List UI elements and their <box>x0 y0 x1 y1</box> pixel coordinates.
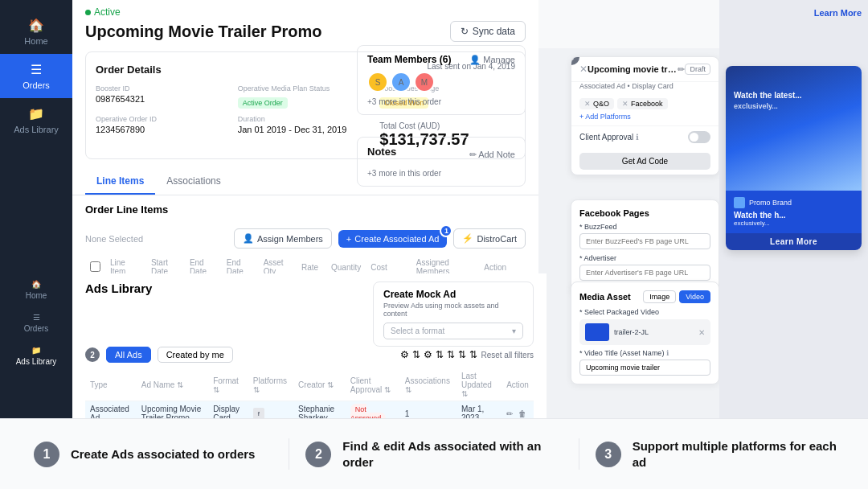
notes-more-text: +3 more in this order <box>367 169 515 178</box>
order-id-field: Operative Order ID 1234567890 <box>96 115 231 149</box>
filter-created-by-me[interactable]: Created by me <box>158 347 233 363</box>
client-approval-row: Client Approval ℹ <box>571 125 719 148</box>
select-all-checkbox[interactable] <box>90 261 100 272</box>
team-avatars: S A M <box>367 72 515 92</box>
ads-library-icon: 📁 <box>28 106 44 121</box>
create-associated-ad-button[interactable]: + Create Associated Ad 1 <box>338 230 448 248</box>
video-title-input[interactable] <box>579 360 710 376</box>
fb-pages-section: Facebook Pages * BuzzFeed * Advertiser <box>571 199 719 294</box>
sort-icon5[interactable]: ⇅ <box>469 349 477 360</box>
person-icon: 👤 <box>243 233 254 244</box>
video-name: trailer-2-JL <box>614 328 694 336</box>
mock-ad-title: Create Mock Ad <box>383 289 523 300</box>
filter-icon[interactable]: ⚙ <box>400 349 409 360</box>
far-right-preview: Learn More Watch the latest... exclusive… <box>719 0 868 418</box>
line-items-title: Order Line Items <box>85 203 168 216</box>
edit-card-icon[interactable]: ✏ <box>678 64 685 75</box>
close-icon[interactable]: ✕ <box>579 64 588 75</box>
booster-id-field: Booster ID 0987654321 <box>96 84 231 109</box>
order-panel: Active Upcoming Movie Trailer Promo ↻ Sy… <box>72 0 538 273</box>
platform-tag-facebook: ✕ Facebook <box>617 98 668 109</box>
bottom-text-2: Find & edit Ads associated with an order <box>342 438 562 470</box>
sidebar-item-home[interactable]: 🏠 Home <box>0 10 72 54</box>
advertiser-field: * Advertiser <box>579 254 710 281</box>
info-icon2: ℹ <box>666 349 669 357</box>
sync-icon: ↻ <box>461 26 469 37</box>
info-icon: ℹ <box>636 133 639 142</box>
toggle-knob <box>690 133 698 142</box>
duration-value: Jan 01 2019 - Dec 31, 2019 <box>238 125 374 134</box>
operative-status-badge: Active Order <box>238 97 288 109</box>
duration-field: Duration Jan 01 2019 - Dec 31, 2019 <box>238 115 374 149</box>
brand-logo-small <box>734 197 745 208</box>
sidebar2-home[interactable]: 🏠 Home <box>0 273 72 306</box>
ads-table-row: Associated Ad Upcoming Movie Trailer Pro… <box>85 401 534 419</box>
details-title: Order Details <box>96 64 162 76</box>
select-video-label: * Select Packaged Video <box>579 308 710 316</box>
delete-icon[interactable]: 🗑 <box>518 409 526 418</box>
client-approval-toggle[interactable] <box>688 131 710 143</box>
add-platforms-button[interactable]: + Add Platforms <box>579 113 631 121</box>
home-icon2: 🏠 <box>31 280 41 289</box>
sort-icon2[interactable]: ⇅ <box>436 349 444 360</box>
sidebar2-orders[interactable]: ☰ Orders <box>0 306 72 339</box>
ad-card-title: Upcoming movie traile... <box>588 64 678 74</box>
plus-icon: + <box>346 234 351 244</box>
image-tab[interactable]: Image <box>643 290 676 303</box>
media-asset-section: Media Asset Image Video * Select Package… <box>571 281 719 384</box>
preview-card-image: Watch the latest... exclusively... <box>726 66 862 191</box>
sort-icon4[interactable]: ⇅ <box>458 349 466 360</box>
manage-button[interactable]: 👤 Manage <box>469 55 515 65</box>
platform-tag-q&o: ✕ Q&O <box>579 98 614 109</box>
edit-icon[interactable]: ✏ <box>506 409 513 418</box>
team-title: Team Members (6) <box>367 54 451 65</box>
sidebar-item-ads-library[interactable]: 📁 Ads Library <box>0 98 72 142</box>
bottom-text-1: Create Ads associated to orders <box>71 446 256 462</box>
order-title: Upcoming Movie Trailer Promo <box>85 23 322 41</box>
avatar-1: S <box>367 72 388 92</box>
create-mock-ad-box: Create Mock Ad Preview Ads using mock as… <box>373 281 534 347</box>
home-icon: 🏠 <box>28 18 44 33</box>
distrocart-button[interactable]: ⚡ DistroCart <box>453 228 526 249</box>
notes-card: Notes ✏ Add Note +3 more in this order <box>357 137 526 187</box>
ads-library-icon2: 📁 <box>31 346 41 355</box>
tab-line-items[interactable]: Line Items <box>85 169 155 195</box>
bottom-badge-3: 3 <box>596 442 621 467</box>
active-dot <box>85 10 91 15</box>
format-select[interactable]: Select a format ▾ <box>383 323 523 339</box>
reset-filters[interactable]: Reset all filters <box>481 351 534 360</box>
ad-card-subtitle: Associated Ad • Display Card <box>571 82 719 93</box>
learn-more-bar[interactable]: Learn More <box>726 233 862 250</box>
video-tab[interactable]: Video <box>679 290 710 303</box>
active-badge: Active <box>72 0 133 21</box>
buzzfeed-input[interactable] <box>579 233 710 249</box>
close-ptag-icon[interactable]: ✕ <box>584 100 591 108</box>
bottom-badge-1: 1 <box>34 442 59 467</box>
chevron-down-icon: ▾ <box>512 327 516 335</box>
sort-icon3[interactable]: ⇅ <box>447 349 455 360</box>
assign-members-button[interactable]: 👤 Assign Members <box>234 228 332 249</box>
team-card: Team Members (6) 👤 Manage S A M +3 more … <box>357 45 526 115</box>
close-fb-icon[interactable]: ✕ <box>622 100 628 108</box>
fb-pages-title: Facebook Pages <box>579 208 710 218</box>
add-note-button[interactable]: ✏ Add Note <box>469 150 515 160</box>
orders-icon2: ☰ <box>33 313 40 322</box>
remove-video-icon[interactable]: ✕ <box>698 328 705 337</box>
facebook-platform-icon: f <box>253 408 264 418</box>
notes-title: Notes <box>367 146 396 158</box>
video-thumbnail: trailer-2-JL ✕ <box>579 319 710 345</box>
filter-all-ads[interactable]: All Ads <box>106 347 151 363</box>
advertiser-input[interactable] <box>579 265 710 281</box>
platform-tags: ✕ Q&O ✕ Facebook + Add Platforms <box>571 93 719 125</box>
filter-icon2[interactable]: ⚙ <box>424 349 432 360</box>
sidebar2-ads-library[interactable]: 📁 Ads Library <box>0 339 72 372</box>
sidebar-item-orders[interactable]: ☰ Orders <box>0 54 72 98</box>
get-ad-code-button[interactable]: Get Ad Code <box>579 153 710 170</box>
mock-ad-subtitle: Preview Ads using mock assets and conten… <box>383 302 523 318</box>
none-selected-label: None Selected <box>85 234 227 244</box>
team-more-text: +3 more in this order <box>367 97 515 106</box>
preview-card-footer: Promo Brand Watch the h... exclusively..… <box>726 191 862 233</box>
tab-associations[interactable]: Associations <box>155 169 231 195</box>
sort-icon[interactable]: ⇅ <box>412 349 420 360</box>
sync-button[interactable]: ↻ Sync data <box>450 21 526 42</box>
